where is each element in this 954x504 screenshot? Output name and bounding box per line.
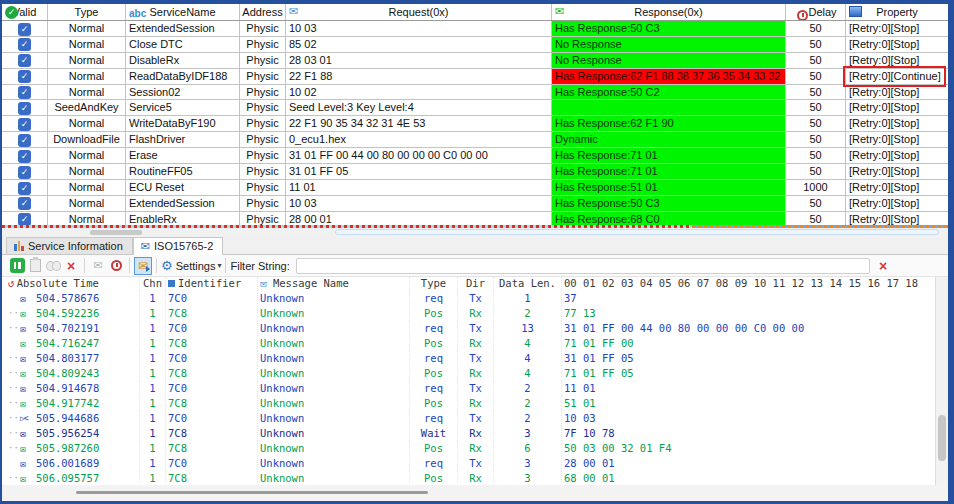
service-row[interactable]: ✓NormalRoutineFF05Physic31 01 FF 05Has R…: [2, 164, 948, 180]
data-len-cell: 3: [494, 426, 562, 441]
timestamp-button[interactable]: [107, 257, 125, 275]
column-header-address-label: Address: [242, 6, 282, 18]
service-row[interactable]: ✓NormalReadDataByIDF188Physic22 F1 88Has…: [2, 69, 948, 85]
dir-cell: Rx: [458, 336, 494, 351]
column-header-type[interactable]: Type: [48, 4, 126, 20]
trace-row[interactable]: ··✉504.80317717C0UnknownreqTx431 01 FF 0…: [2, 351, 948, 366]
valid-checkbox[interactable]: ✓: [18, 23, 31, 36]
valid-checkbox[interactable]: ✓: [18, 118, 31, 131]
tab-service-information[interactable]: Service Information: [6, 237, 133, 254]
data-len-cell: 2: [494, 411, 562, 426]
type-cell: req: [410, 351, 458, 366]
service-table-hscrollbar-track[interactable]: [335, 229, 939, 235]
chn-cell: 1: [140, 381, 166, 396]
trace-vscrollbar-thumb[interactable]: [938, 415, 946, 461]
dir-cell: Tx: [458, 411, 494, 426]
trace-row[interactable]: ✉504.57867617C0UnknownreqTx137: [2, 291, 948, 306]
valid-checkbox[interactable]: ✓: [18, 70, 31, 83]
clear-trace-button[interactable]: ×: [62, 257, 80, 275]
data-bytes-cell: 68 00 01: [562, 471, 948, 485]
valid-checkbox[interactable]: ✓: [18, 197, 31, 210]
service-name-cell: WriteDataByF190: [126, 116, 240, 132]
message-name-cell: Unknown: [258, 456, 410, 471]
trace-column-data-len[interactable]: Data Len.: [494, 277, 562, 291]
service-row[interactable]: ✓NormalSession02Physic10 02Has Response:…: [2, 85, 948, 101]
column-header-request-label: Request(0x): [389, 6, 449, 18]
settings-label: Settings: [176, 260, 216, 272]
identifier-cell: 7C8: [166, 366, 258, 381]
trace-vscrollbar[interactable]: [935, 277, 948, 485]
pause-icon: [10, 258, 25, 273]
chn-cell: 1: [140, 471, 166, 485]
column-header-response[interactable]: ✉ Response(0x): [552, 4, 786, 20]
service-row[interactable]: ✓NormalECU ResetPhysic11 01Has Response:…: [2, 180, 948, 196]
valid-checkbox[interactable]: ✓: [18, 102, 31, 115]
trace-column-type[interactable]: Type: [410, 277, 458, 291]
trace-row[interactable]: ··✉504.91467817C0UnknownreqTx211 01: [2, 381, 948, 396]
clear-filter-button[interactable]: ×: [874, 257, 892, 275]
pause-button[interactable]: [8, 257, 26, 275]
dir-cell: Rx: [458, 366, 494, 381]
column-header-delay[interactable]: Delay: [786, 4, 846, 20]
save-messages-button[interactable]: ✉: [89, 257, 107, 275]
property-cell: [Retry:0][Continue]: [846, 69, 948, 85]
paste-button[interactable]: [26, 257, 44, 275]
column-header-property-label: Property: [876, 6, 918, 18]
message-view-toggle[interactable]: ✉: [134, 257, 152, 275]
trace-row[interactable]: ··✉504.80924317C8UnknownPosRx471 01 FF 0…: [2, 366, 948, 381]
trace-row[interactable]: ··✉505.98726017C8UnknownPosRx650 03 00 3…: [2, 441, 948, 456]
tab-iso15765-2[interactable]: ✉ ISO15765-2: [133, 237, 224, 255]
service-row[interactable]: ✓NormalWriteDataByF190Physic22 F1 90 35 …: [2, 116, 948, 132]
trace-column-identifier[interactable]: Identifier: [166, 277, 258, 291]
service-row[interactable]: ✓NormalErasePhysic31 01 FF 00 44 00 80 0…: [2, 148, 948, 164]
trace-row[interactable]: ··✉504.59223617C8UnknownPosRx277 13: [2, 306, 948, 321]
valid-checkbox[interactable]: ✓: [18, 86, 31, 99]
delay-cell: 50: [786, 132, 846, 148]
absolute-time-value: 505.987260: [36, 441, 99, 456]
settings-button[interactable]: ⚙ Settings▾: [161, 257, 221, 275]
valid-checkbox[interactable]: ✓: [18, 54, 31, 67]
trace-row[interactable]: ✉504.71624717C8UnknownPosRx471 01 FF 00: [2, 336, 948, 351]
valid-checkbox[interactable]: ✓: [18, 182, 31, 195]
service-name-cell: ReadDataByIDF188: [126, 69, 240, 85]
absolute-time-value: 504.592236: [36, 306, 99, 321]
frame-icon: ▷<: [20, 413, 34, 425]
trace-row[interactable]: ··▷<505.94468617C0UnknownreqTx210 03: [2, 411, 948, 426]
service-row[interactable]: ✓SeedAndKeyService5PhysicSeed Level:3 Ke…: [2, 100, 948, 116]
valid-checkbox[interactable]: ✓: [18, 134, 31, 147]
trace-row[interactable]: ··✉506.09575717C8UnknownPosRx368 00 01: [2, 471, 948, 485]
data-len-cell: 3: [494, 471, 562, 485]
filter-input[interactable]: [296, 258, 870, 274]
column-header-valid[interactable]: ✓ Valid: [2, 4, 48, 20]
column-header-servicename[interactable]: abc ServiceName: [126, 4, 240, 20]
trace-row[interactable]: ··✉504.70219117C0UnknownreqTx1331 01 FF …: [2, 321, 948, 336]
trace-column-message-name[interactable]: ✉ Message Name: [258, 277, 410, 291]
time-cell: ··✉504.702191: [6, 321, 140, 336]
service-name-cell: RoutineFF05: [126, 164, 240, 180]
service-row[interactable]: ✓NormalDisableRxPhysic28 03 01No Respons…: [2, 53, 948, 69]
service-name-cell: Close DTC: [126, 37, 240, 53]
service-row[interactable]: ✓NormalExtendedSessionPhysic10 03Has Res…: [2, 196, 948, 212]
service-row[interactable]: ✓NormalClose DTCPhysic85 02No Response50…: [2, 37, 948, 53]
valid-checkbox[interactable]: ✓: [18, 38, 31, 51]
trace-hscrollbar[interactable]: [2, 485, 948, 501]
column-header-property[interactable]: Property: [846, 4, 948, 20]
address-cell: Physic: [240, 116, 286, 132]
service-row[interactable]: ✓DownloadFileFlashDriverPhysic0_ecu1.hex…: [2, 132, 948, 148]
trace-hscrollbar-thumb[interactable]: [76, 491, 428, 494]
trace-row[interactable]: ✉506.00168917C0UnknownreqTx328 00 01: [2, 456, 948, 471]
time-cell: ··✉504.809243: [6, 366, 140, 381]
trace-column-dir[interactable]: Dir: [458, 277, 494, 291]
trace-row[interactable]: ··✉504.91774217C8UnknownPosRx251 01: [2, 396, 948, 411]
column-header-address[interactable]: Address: [240, 4, 286, 20]
find-button[interactable]: [44, 257, 62, 275]
trace-row[interactable]: ··✉505.95625417C8UnknownWaitRx37F 10 78: [2, 426, 948, 441]
service-table-hscrollbar-thumb[interactable]: [90, 230, 142, 235]
service-row[interactable]: ✓NormalExtendedSessionPhysic10 03Has Res…: [2, 21, 948, 37]
trace-column-time[interactable]: ↺Absolute Time: [6, 277, 140, 291]
valid-checkbox[interactable]: ✓: [18, 166, 31, 179]
trace-column-chn[interactable]: Chn: [140, 277, 166, 291]
chevron-down-icon: ▾: [217, 261, 221, 270]
valid-checkbox[interactable]: ✓: [18, 150, 31, 163]
column-header-request[interactable]: ✉ Request(0x): [286, 4, 552, 20]
